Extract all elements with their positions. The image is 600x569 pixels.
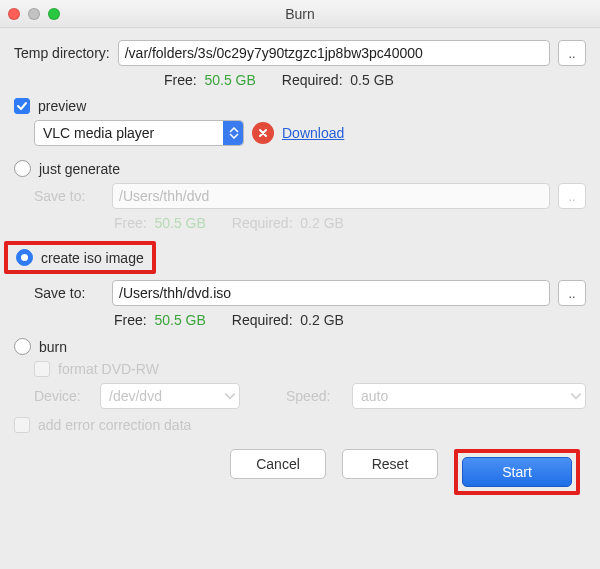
chevron-down-icon <box>219 384 239 408</box>
temp-directory-browse-button[interactable]: .. <box>558 40 586 66</box>
cancel-button[interactable]: Cancel <box>230 449 326 479</box>
preview-label: preview <box>38 98 86 114</box>
jg-required-label: Required: <box>232 215 293 231</box>
ci-free-label: Free: <box>114 312 147 328</box>
preview-row: preview <box>14 98 586 114</box>
burn-speed-select: auto <box>352 383 586 409</box>
create-iso-saveto-row: Save to: /Users/thh/dvd.iso .. <box>34 280 586 306</box>
ci-required-label: Required: <box>232 312 293 328</box>
create-iso-saveto-label: Save to: <box>34 285 104 301</box>
titlebar: Burn <box>0 0 600 28</box>
temp-directory-label: Temp directory: <box>14 45 110 61</box>
just-generate-info: Free: 50.5 GB Required: 0.2 GB <box>114 215 586 231</box>
temp-directory-info: Free: 50.5 GB Required: 0.5 GB <box>164 72 586 88</box>
preview-player-value: VLC media player <box>43 125 154 141</box>
start-button[interactable]: Start <box>462 457 572 487</box>
temp-directory-row: Temp directory: /var/folders/3s/0c29y7y9… <box>14 40 586 66</box>
just-generate-saveto-row: Save to: /Users/thh/dvd .. <box>34 183 586 209</box>
burn-device-value: /dev/dvd <box>109 388 162 404</box>
jg-free-label: Free: <box>114 215 147 231</box>
temp-directory-field[interactable]: /var/folders/3s/0c29y7y90tzgzc1jp8bw3pc4… <box>118 40 550 66</box>
window-title: Burn <box>0 6 600 22</box>
ci-free-value: 50.5 GB <box>154 312 205 328</box>
ci-required-value: 0.2 GB <box>300 312 344 328</box>
burn-device-select: /dev/dvd <box>100 383 240 409</box>
preview-player-select[interactable]: VLC media player <box>34 120 244 146</box>
format-dvd-row: format DVD-RW <box>34 361 586 377</box>
burn-speed-label: Speed: <box>286 388 344 404</box>
jg-free-value: 50.5 GB <box>154 215 205 231</box>
burn-label: burn <box>39 339 67 355</box>
download-link[interactable]: Download <box>282 125 344 141</box>
burn-speed-value: auto <box>361 388 388 404</box>
temp-required-label: Required: <box>282 72 343 88</box>
ecc-label: add error correction data <box>38 417 191 433</box>
just-generate-radio[interactable] <box>14 160 31 177</box>
just-generate-path-field: /Users/thh/dvd <box>112 183 550 209</box>
reset-button[interactable]: Reset <box>342 449 438 479</box>
preview-checkbox[interactable] <box>14 98 30 114</box>
burn-radio[interactable] <box>14 338 31 355</box>
chevron-down-icon <box>565 384 585 408</box>
temp-required-value: 0.5 GB <box>350 72 394 88</box>
ecc-row: add error correction data <box>14 417 586 433</box>
create-iso-browse-button[interactable]: .. <box>558 280 586 306</box>
create-iso-info: Free: 50.5 GB Required: 0.2 GB <box>114 312 586 328</box>
preview-player-row: VLC media player Download <box>34 120 586 146</box>
ecc-checkbox <box>14 417 30 433</box>
just-generate-saveto-label: Save to: <box>34 188 104 204</box>
temp-free-label: Free: <box>164 72 197 88</box>
cancel-icon[interactable] <box>252 122 274 144</box>
jg-required-value: 0.2 GB <box>300 215 344 231</box>
create-iso-label: create iso image <box>41 250 144 266</box>
dialog-footer: Cancel Reset Start <box>14 449 586 495</box>
burn-device-label: Device: <box>34 388 92 404</box>
create-iso-path-field[interactable]: /Users/thh/dvd.iso <box>112 280 550 306</box>
just-generate-browse-button: .. <box>558 183 586 209</box>
burn-row: burn <box>14 338 586 355</box>
just-generate-label: just generate <box>39 161 120 177</box>
start-highlight: Start <box>454 449 580 495</box>
temp-free-value: 50.5 GB <box>204 72 255 88</box>
just-generate-row: just generate <box>14 160 586 177</box>
format-dvd-checkbox <box>34 361 50 377</box>
format-dvd-label: format DVD-RW <box>58 361 159 377</box>
burn-device-row: Device: /dev/dvd Speed: auto <box>34 383 586 409</box>
create-iso-radio[interactable] <box>16 249 33 266</box>
create-iso-highlight: create iso image <box>4 241 156 274</box>
updown-arrows-icon <box>223 121 243 145</box>
